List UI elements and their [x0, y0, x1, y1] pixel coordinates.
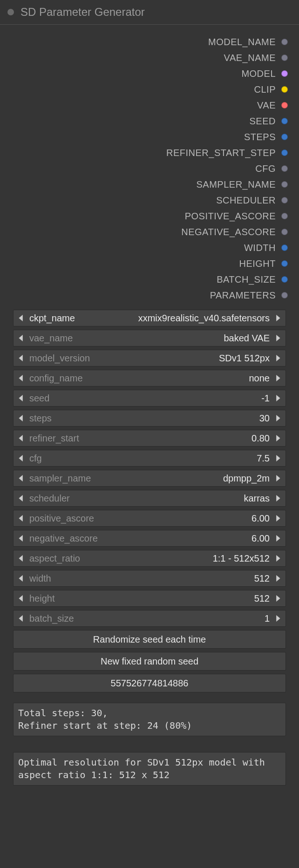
param-field-value[interactable]: dpmpp_2m	[91, 473, 274, 484]
param-field[interactable]: ckpt_namexxmix9realistic_v40.safetensors	[13, 310, 286, 326]
param-field[interactable]: negative_ascore6.00	[13, 530, 286, 547]
output-port-dot-icon[interactable]	[281, 54, 288, 61]
param-field-value[interactable]: karras	[70, 493, 274, 504]
param-field[interactable]: schedulerkarras	[13, 490, 286, 507]
arrow-right-icon[interactable]	[274, 375, 281, 381]
param-field-value[interactable]: 1	[74, 613, 274, 624]
arrow-right-icon[interactable]	[274, 595, 281, 602]
arrow-right-icon[interactable]	[274, 335, 281, 341]
output-port[interactable]: NEGATIVE_ASCORE	[0, 224, 288, 240]
output-port-dot-icon[interactable]	[281, 86, 288, 93]
arrow-left-icon[interactable]	[18, 435, 25, 441]
arrow-left-icon[interactable]	[18, 615, 25, 622]
param-field-value[interactable]: none	[83, 373, 274, 384]
param-field-value[interactable]: 512	[55, 593, 275, 604]
arrow-right-icon[interactable]	[274, 515, 281, 522]
output-port-dot-icon[interactable]	[281, 276, 288, 283]
arrow-left-icon[interactable]	[18, 575, 25, 582]
param-field-value[interactable]: xxmix9realistic_v40.safetensors	[75, 313, 274, 324]
param-field-value[interactable]: 30	[52, 413, 274, 424]
output-port[interactable]: MODEL_NAME	[0, 34, 288, 50]
param-field[interactable]: model_versionSDv1 512px	[13, 350, 286, 366]
output-port-dot-icon[interactable]	[281, 70, 288, 77]
output-port[interactable]: REFINER_START_STEP	[0, 145, 288, 161]
param-field-value[interactable]: 1:1 - 512x512	[80, 553, 274, 564]
arrow-left-icon[interactable]	[18, 475, 25, 481]
arrow-left-icon[interactable]	[18, 415, 25, 421]
output-port-dot-icon[interactable]	[281, 165, 288, 172]
param-field-value[interactable]: 7.5	[42, 453, 274, 464]
new-fixed-seed-button[interactable]: New fixed random seed	[13, 652, 286, 671]
arrow-left-icon[interactable]	[18, 375, 25, 381]
param-field[interactable]: cfg7.5	[13, 450, 286, 467]
arrow-right-icon[interactable]	[274, 615, 281, 622]
param-field-value[interactable]: 0.80	[79, 433, 274, 444]
output-port-dot-icon[interactable]	[281, 181, 288, 188]
output-port[interactable]: POSITIVE_ASCORE	[0, 208, 288, 224]
param-field[interactable]: positive_ascore6.00	[13, 510, 286, 527]
param-field[interactable]: aspect_ratio1:1 - 512x512	[13, 550, 286, 567]
output-port-dot-icon[interactable]	[281, 39, 288, 45]
arrow-right-icon[interactable]	[274, 475, 281, 481]
arrow-right-icon[interactable]	[274, 455, 281, 461]
param-field[interactable]: height512	[13, 590, 286, 607]
output-port[interactable]: SEED	[0, 113, 288, 129]
arrow-left-icon[interactable]	[18, 395, 25, 401]
param-field[interactable]: sampler_namedpmpp_2m	[13, 470, 286, 487]
output-port[interactable]: BATCH_SIZE	[0, 271, 288, 287]
output-port[interactable]: VAE	[0, 97, 288, 113]
arrow-left-icon[interactable]	[18, 555, 25, 562]
output-port-dot-icon[interactable]	[281, 102, 288, 108]
output-port[interactable]: STEPS	[0, 129, 288, 145]
param-field-value[interactable]: 6.00	[94, 513, 274, 524]
output-port-dot-icon[interactable]	[281, 244, 288, 251]
output-port-dot-icon[interactable]	[281, 134, 288, 140]
arrow-left-icon[interactable]	[18, 455, 25, 461]
param-field[interactable]: width512	[13, 570, 286, 587]
output-port[interactable]: SAMPLER_NAME	[0, 176, 288, 192]
param-field[interactable]: refiner_start0.80	[13, 430, 286, 447]
output-port-dot-icon[interactable]	[281, 149, 288, 156]
arrow-right-icon[interactable]	[274, 575, 281, 582]
arrow-right-icon[interactable]	[274, 495, 281, 502]
arrow-left-icon[interactable]	[18, 535, 25, 542]
output-port-dot-icon[interactable]	[281, 260, 288, 267]
output-port[interactable]: CLIP	[0, 81, 288, 97]
output-port-dot-icon[interactable]	[281, 292, 288, 298]
arrow-left-icon[interactable]	[18, 595, 25, 602]
arrow-right-icon[interactable]	[274, 555, 281, 562]
arrow-right-icon[interactable]	[274, 315, 281, 321]
arrow-right-icon[interactable]	[274, 535, 281, 542]
param-field-value[interactable]: 512	[51, 573, 274, 584]
param-field[interactable]: steps30	[13, 410, 286, 427]
output-port[interactable]: PARAMETERS	[0, 287, 288, 303]
arrow-left-icon[interactable]	[18, 355, 25, 361]
arrow-left-icon[interactable]	[18, 495, 25, 502]
arrow-right-icon[interactable]	[274, 355, 281, 361]
arrow-left-icon[interactable]	[18, 315, 25, 321]
output-port[interactable]: HEIGHT	[0, 256, 288, 271]
param-field-value[interactable]: 6.00	[98, 533, 274, 544]
arrow-right-icon[interactable]	[274, 435, 281, 441]
randomize-seed-button[interactable]: Randomize seed each time	[13, 630, 286, 649]
arrow-left-icon[interactable]	[18, 335, 25, 341]
param-field[interactable]: vae_namebaked VAE	[13, 330, 286, 346]
output-port[interactable]: WIDTH	[0, 240, 288, 256]
output-port[interactable]: CFG	[0, 161, 288, 176]
param-field[interactable]: seed-1	[13, 390, 286, 407]
arrow-left-icon[interactable]	[18, 515, 25, 522]
arrow-right-icon[interactable]	[274, 395, 281, 401]
output-port[interactable]: SCHEDULER	[0, 192, 288, 208]
output-port-dot-icon[interactable]	[281, 213, 288, 219]
output-port-dot-icon[interactable]	[281, 229, 288, 235]
output-port-dot-icon[interactable]	[281, 118, 288, 124]
param-field-value[interactable]: baked VAE	[73, 333, 274, 344]
param-field[interactable]: config_namenone	[13, 370, 286, 387]
arrow-right-icon[interactable]	[274, 415, 281, 421]
output-port[interactable]: MODEL	[0, 66, 288, 81]
param-field-value[interactable]: -1	[49, 393, 274, 404]
param-field[interactable]: batch_size1	[13, 610, 286, 627]
param-field-value[interactable]: SDv1 512px	[90, 353, 274, 364]
output-port[interactable]: VAE_NAME	[0, 50, 288, 66]
output-port-dot-icon[interactable]	[281, 197, 288, 203]
